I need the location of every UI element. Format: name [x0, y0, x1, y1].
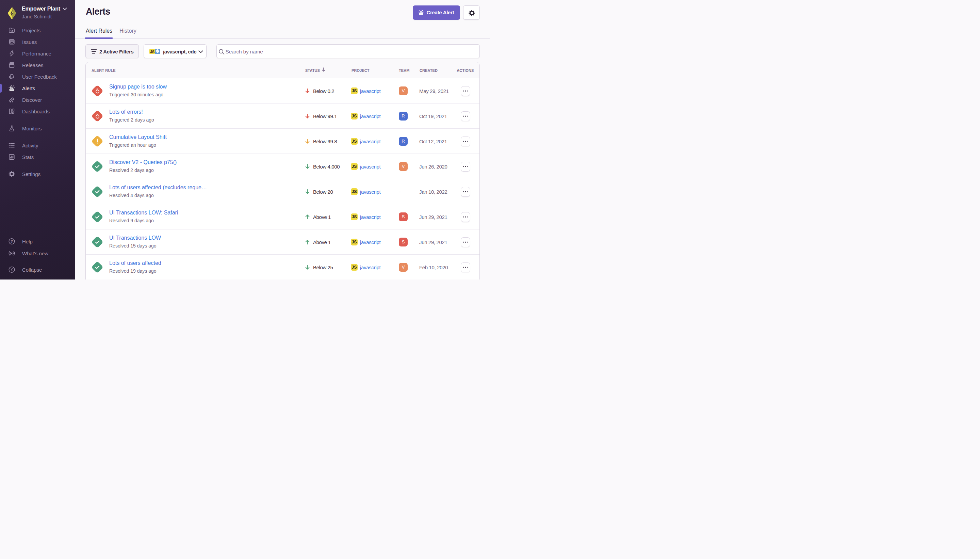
svg-text:?: ? [10, 239, 13, 243]
svg-text:JS: JS [150, 50, 155, 54]
